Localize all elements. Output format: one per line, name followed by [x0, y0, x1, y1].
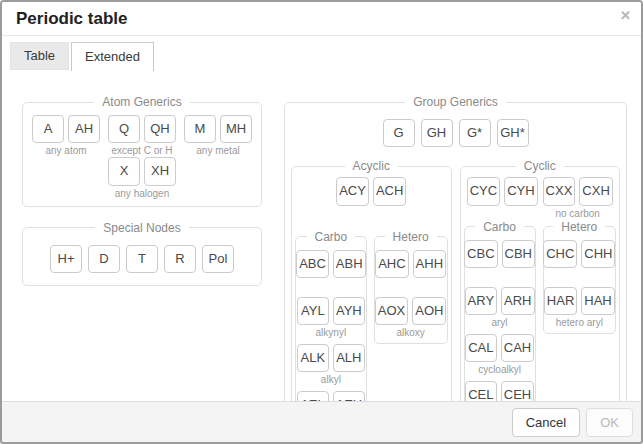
cyclic-subsections: Carbo CBC CBH	[464, 220, 617, 401]
btn-ael[interactable]: AEL	[297, 391, 329, 401]
except-c-or-h-group: Q QH except C or H	[108, 115, 176, 157]
btn-x[interactable]: X	[108, 157, 140, 185]
ok-button[interactable]: OK	[586, 408, 633, 437]
btn-ayl[interactable]: AYL	[297, 297, 329, 325]
btn-g-star[interactable]: G*	[459, 119, 491, 147]
close-icon[interactable]: ✕	[620, 9, 631, 22]
dialog-content: Atom Generics A AH any atom Q QH	[2, 71, 641, 401]
btn-g[interactable]: G	[383, 119, 415, 147]
cycloalkyl-group: CAL CAH cycloalkyl	[467, 334, 533, 376]
btn-ary[interactable]: ARY	[465, 287, 498, 315]
btn-gh-star[interactable]: GH*	[497, 119, 529, 147]
btn-ceh[interactable]: CEH	[501, 381, 534, 401]
btn-cbh[interactable]: CBH	[502, 240, 535, 268]
btn-chh[interactable]: CHH	[581, 240, 615, 268]
dialog-header: Periodic table ✕	[2, 2, 641, 36]
btn-ah[interactable]: AH	[68, 115, 100, 143]
button-pair: CYC CYH	[467, 177, 538, 205]
btn-r[interactable]: R	[164, 245, 196, 273]
btn-t[interactable]: T	[126, 245, 158, 273]
btn-abh[interactable]: ABH	[333, 250, 366, 278]
btn-aeh[interactable]: AEH	[333, 391, 366, 401]
btn-cxh[interactable]: CXH	[579, 177, 612, 205]
atom-generics-row-2: X XH any halogen	[29, 157, 255, 199]
btn-abc[interactable]: ABC	[296, 250, 329, 278]
caption-aryl: aryl	[491, 317, 507, 329]
button-pair: ALK ALH	[297, 344, 365, 372]
button-pair: AOX AOH	[375, 297, 447, 325]
aryl-group: ARY ARH aryl	[467, 287, 533, 329]
caption-hetero-aryl: hetero aryl	[556, 317, 603, 329]
alkoxy-group: AOX AOH alkoxy	[377, 297, 445, 339]
acyclic-cyclic-row: Acyclic ACY ACH	[291, 159, 620, 401]
button-pair: AEL AEH	[297, 391, 366, 401]
acyclic-hetero-fieldset: Hetero AHC AHH	[374, 230, 448, 345]
tab-extended[interactable]: Extended	[71, 42, 154, 71]
btn-q[interactable]: Q	[108, 115, 140, 143]
atom-generics-legend: Atom Generics	[94, 95, 189, 109]
btn-cel[interactable]: CEL	[465, 381, 497, 401]
btn-ahc[interactable]: AHC	[375, 250, 408, 278]
button-pair: AHC AHH	[375, 250, 446, 278]
caption-no-carbon: no carbon	[555, 208, 599, 220]
btn-ahh[interactable]: AHH	[413, 250, 446, 278]
btn-arh[interactable]: ARH	[501, 287, 534, 315]
btn-chc[interactable]: CHC	[543, 240, 577, 268]
btn-cxx[interactable]: CXX	[543, 177, 576, 205]
acyclic-fieldset: Acyclic ACY ACH	[291, 159, 452, 401]
cyclic-carbo-fieldset: Carbo CBC CBH	[464, 220, 536, 401]
btn-h-plus[interactable]: H+	[50, 245, 82, 273]
btn-alk[interactable]: ALK	[297, 344, 329, 372]
btn-a[interactable]: A	[32, 115, 64, 143]
btn-aoh[interactable]: AOH	[412, 297, 446, 325]
any-halogen-group: X XH any halogen	[108, 157, 176, 199]
btn-m[interactable]: M	[184, 115, 216, 143]
btn-ayh[interactable]: AYH	[333, 297, 365, 325]
btn-hah[interactable]: HAH	[581, 287, 614, 315]
btn-aox[interactable]: AOX	[375, 297, 408, 325]
dialog-footer: Cancel OK	[2, 401, 641, 442]
btn-cyh[interactable]: CYH	[504, 177, 537, 205]
button-pair: CBC CBH	[464, 240, 535, 268]
alkynyl-group: AYL AYH alkynyl	[298, 297, 364, 339]
group-generics-row: G GH G* GH*	[291, 119, 620, 147]
tab-bar: Table Extended	[2, 36, 641, 71]
btn-cah[interactable]: CAH	[501, 334, 534, 362]
atom-generics-fieldset: Atom Generics A AH any atom Q QH	[22, 95, 262, 207]
acyclic-subsections: Carbo ABC ABH	[295, 230, 448, 401]
btn-d[interactable]: D	[88, 245, 120, 273]
button-pair: ABC ABH	[296, 250, 365, 278]
hetero-group: CHC CHH	[546, 240, 613, 282]
button-pair: M MH	[184, 115, 252, 143]
right-column: Group Generics G GH G* GH* Acyclic	[284, 87, 627, 401]
periodic-table-dialog: Periodic table ✕ Table Extended Atom Gen…	[0, 0, 643, 444]
btn-acy[interactable]: ACY	[336, 177, 369, 205]
caption-any-metal: any metal	[196, 145, 239, 157]
special-nodes-legend: Special Nodes	[95, 221, 188, 235]
btn-ach[interactable]: ACH	[373, 177, 406, 205]
caption-any-atom: any atom	[45, 145, 86, 157]
button-pair: CXX CXH	[543, 177, 613, 205]
btn-xh[interactable]: XH	[144, 157, 176, 185]
button-pair: CAL CAH	[465, 334, 534, 362]
cyclic-legend: Cyclic	[516, 159, 564, 173]
btn-pol[interactable]: Pol	[202, 245, 234, 273]
btn-gh[interactable]: GH	[421, 119, 453, 147]
btn-cyc[interactable]: CYC	[467, 177, 500, 205]
btn-alh[interactable]: ALH	[333, 344, 365, 372]
cancel-button[interactable]: Cancel	[512, 408, 580, 437]
button-pair: ARY ARH	[465, 287, 535, 315]
btn-cbc[interactable]: CBC	[464, 240, 497, 268]
acyclic-top-row: ACY ACH	[295, 177, 448, 219]
btn-har[interactable]: HAR	[544, 287, 577, 315]
alkyl-group: ALK ALH alkyl	[298, 344, 364, 386]
btn-cal[interactable]: CAL	[465, 334, 497, 362]
hetero-group: AHC AHH	[377, 250, 445, 292]
button-pair: Q QH	[108, 115, 176, 143]
btn-mh[interactable]: MH	[220, 115, 252, 143]
carbo-group: ABC ABH	[298, 250, 364, 292]
btn-qh[interactable]: QH	[144, 115, 176, 143]
tab-table[interactable]: Table	[10, 42, 69, 70]
cyclic-hetero-legend: Hetero	[553, 220, 605, 234]
button-pair: AYL AYH	[297, 297, 365, 325]
